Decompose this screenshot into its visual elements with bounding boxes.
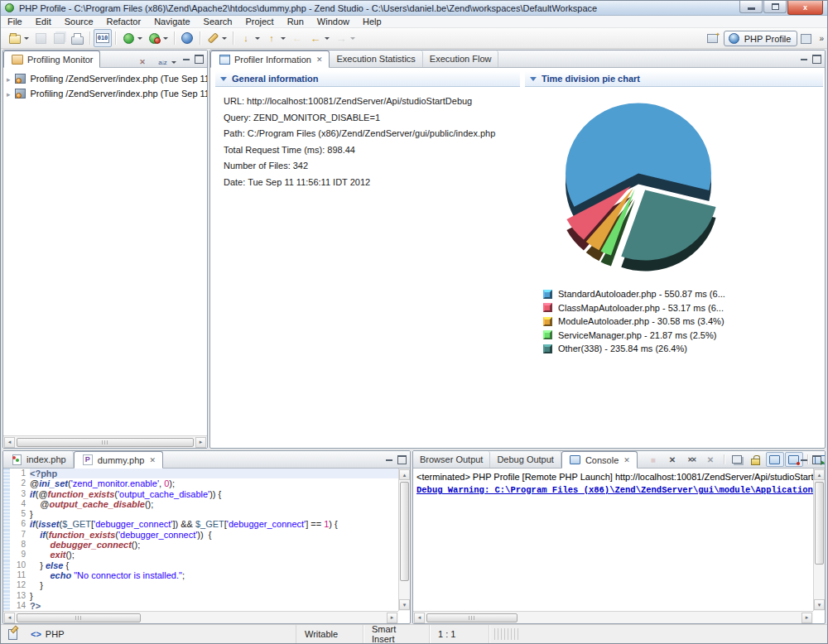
vertical-scrollbar[interactable]: ▴ ▾ bbox=[813, 469, 825, 611]
code-line[interactable]: 14 ?> bbox=[3, 601, 398, 611]
scroll-right-arrow[interactable]: ▸ bbox=[195, 437, 206, 448]
chevron-down-icon[interactable] bbox=[222, 37, 227, 42]
view-tab[interactable]: Execution Statistics bbox=[330, 50, 422, 67]
annotation-ruler[interactable] bbox=[3, 519, 10, 529]
view-tab[interactable]: Execution Flow bbox=[423, 50, 499, 67]
chevron-down-icon[interactable] bbox=[350, 37, 355, 42]
annotation-ruler[interactable] bbox=[3, 509, 10, 519]
sort-button[interactable] bbox=[153, 53, 179, 71]
view-tab[interactable]: Profiler Information ✕ bbox=[210, 50, 330, 68]
console-tab[interactable]: Debug Output bbox=[490, 451, 561, 468]
menu-item[interactable]: File bbox=[1, 16, 29, 27]
close-icon[interactable]: ✕ bbox=[316, 55, 323, 64]
code-line[interactable]: 9 exit(); bbox=[3, 550, 398, 560]
php-perspective-button[interactable] bbox=[799, 31, 817, 46]
minimize-view-button[interactable] bbox=[798, 454, 809, 464]
chevron-down-icon[interactable] bbox=[281, 37, 286, 42]
code-line[interactable]: 1 <?php bbox=[3, 469, 398, 478]
maximize-view-button[interactable] bbox=[811, 454, 822, 464]
minimize-view-button[interactable] bbox=[798, 53, 809, 63]
code-line[interactable]: 3 if(@function_exists('output_cache_disa… bbox=[3, 489, 398, 499]
perspective-overflow-chevron[interactable]: » bbox=[819, 34, 824, 43]
menu-item[interactable]: Window bbox=[310, 16, 356, 27]
toolbar-button[interactable] bbox=[68, 29, 86, 47]
toolbar-button[interactable] bbox=[237, 29, 262, 47]
console-toolbar-button[interactable] bbox=[663, 452, 681, 467]
console-toolbar-button[interactable] bbox=[728, 452, 746, 467]
close-icon[interactable]: ✕ bbox=[149, 456, 156, 464]
toolbar-button[interactable] bbox=[306, 29, 332, 47]
code-editor[interactable]: 1 <?php 2 @ini_set('zend_monitor.enable'… bbox=[3, 469, 398, 611]
code-line[interactable]: 10 } else { bbox=[3, 560, 398, 570]
toolbar-button[interactable] bbox=[262, 29, 288, 47]
titlebar[interactable]: PHP Profile - C:\Program Files (x86)\Zen… bbox=[1, 1, 827, 16]
code-line[interactable]: 4 @output_cache_disable(); bbox=[3, 499, 398, 509]
scroll-down-arrow[interactable]: ▾ bbox=[399, 599, 410, 610]
section-header[interactable]: Time division pie chart bbox=[525, 71, 823, 87]
chevron-down-icon[interactable] bbox=[255, 37, 260, 42]
scroll-left-arrow[interactable]: ◂ bbox=[4, 437, 15, 448]
scrollbar-thumb[interactable] bbox=[17, 613, 141, 622]
toolbar-button[interactable] bbox=[288, 29, 306, 47]
toolbar-button[interactable] bbox=[204, 29, 229, 47]
menu-item[interactable]: Navigate bbox=[147, 16, 196, 27]
console-tab[interactable]: Console ✕ bbox=[561, 451, 638, 469]
scroll-up-arrow[interactable]: ▴ bbox=[814, 469, 825, 480]
console-toolbar-button[interactable] bbox=[644, 452, 662, 467]
tab-profiling-monitor[interactable]: Profiling Monitor bbox=[3, 50, 100, 68]
menu-item[interactable]: Source bbox=[58, 16, 100, 27]
annotation-ruler[interactable] bbox=[3, 469, 10, 478]
minimize-button[interactable] bbox=[739, 1, 763, 13]
annotation-ruler[interactable] bbox=[3, 601, 10, 611]
annotation-ruler[interactable] bbox=[3, 530, 10, 540]
scroll-right-arrow[interactable]: ▸ bbox=[387, 613, 397, 623]
console-toolbar-button[interactable] bbox=[701, 452, 720, 467]
code-line[interactable]: 7 if(function_exists('debugger_connect')… bbox=[3, 530, 398, 540]
collapse-icon[interactable] bbox=[220, 77, 227, 84]
maximize-view-button[interactable] bbox=[397, 454, 407, 464]
console-toolbar-button[interactable] bbox=[682, 452, 700, 467]
console-toolbar-button[interactable] bbox=[747, 452, 765, 467]
annotation-ruler[interactable] bbox=[3, 540, 10, 550]
chevron-down-icon[interactable] bbox=[163, 37, 168, 42]
annotation-ruler[interactable] bbox=[3, 591, 10, 601]
toolbar-button[interactable] bbox=[94, 29, 112, 47]
toolbar-button[interactable] bbox=[31, 29, 50, 47]
toolbar-button[interactable] bbox=[178, 29, 196, 47]
scroll-left-arrow[interactable]: ◂ bbox=[4, 613, 15, 623]
scrollbar-thumb[interactable] bbox=[17, 438, 194, 447]
profiling-session-item[interactable]: Profiling /ZendServer/index.php (Tue Sep… bbox=[3, 71, 207, 86]
minimize-view-button[interactable] bbox=[181, 53, 191, 63]
minimize-view-button[interactable] bbox=[383, 454, 394, 464]
collapse-icon[interactable] bbox=[530, 77, 537, 84]
scroll-down-arrow[interactable]: ▾ bbox=[814, 599, 825, 610]
expand-icon[interactable] bbox=[7, 74, 11, 84]
code-line[interactable]: 2 @ini_set('zend_monitor.enable', 0); bbox=[3, 478, 398, 488]
scroll-left-arrow[interactable]: ◂ bbox=[414, 613, 425, 623]
expand-icon[interactable] bbox=[7, 89, 11, 99]
toolbar-button[interactable] bbox=[6, 29, 31, 47]
toolbar-button[interactable] bbox=[50, 29, 68, 47]
editor-tab[interactable]: dummy.php ✕ bbox=[74, 451, 163, 469]
open-perspective-button[interactable] bbox=[704, 30, 722, 48]
maximize-view-button[interactable] bbox=[194, 53, 205, 63]
menu-item[interactable]: Run bbox=[281, 16, 310, 27]
code-line[interactable]: 8 debugger_connect(); bbox=[3, 540, 398, 550]
code-line[interactable]: 12 } bbox=[3, 580, 398, 590]
menu-item[interactable]: Help bbox=[356, 16, 388, 27]
profiling-session-item[interactable]: Profiling /ZendServer/index.php (Tue Sep… bbox=[3, 86, 207, 101]
annotation-ruler[interactable] bbox=[3, 550, 10, 560]
close-icon[interactable]: ✕ bbox=[623, 456, 630, 464]
maximize-view-button[interactable] bbox=[811, 53, 822, 63]
code-line[interactable]: 13 } bbox=[3, 591, 398, 601]
toolbar-button[interactable] bbox=[145, 29, 171, 47]
console-toolbar-button[interactable] bbox=[766, 452, 784, 467]
annotation-ruler[interactable] bbox=[3, 570, 10, 580]
menu-item[interactable]: Search bbox=[197, 16, 239, 27]
scroll-up-arrow[interactable]: ▴ bbox=[399, 469, 410, 480]
annotation-ruler[interactable] bbox=[3, 580, 10, 590]
annotation-ruler[interactable] bbox=[3, 560, 10, 570]
console-tab[interactable]: Browser Output bbox=[413, 451, 490, 468]
horizontal-scrollbar[interactable]: ◂ ▸ bbox=[3, 611, 398, 623]
toolbar-button[interactable] bbox=[119, 29, 145, 47]
